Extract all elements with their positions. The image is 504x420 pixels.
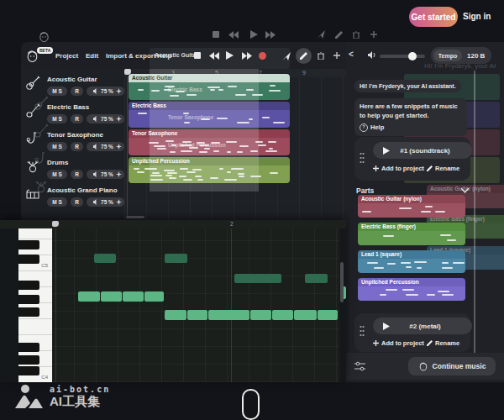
pin-icon[interactable] bbox=[282, 52, 291, 60]
sliders-icon[interactable] bbox=[354, 361, 365, 371]
ai-sparkle-button[interactable] bbox=[113, 87, 124, 96]
mute-solo-button[interactable]: M S bbox=[47, 142, 67, 151]
tempo-value[interactable]: 120 B bbox=[467, 52, 485, 60]
cut-icon[interactable]: < bbox=[349, 50, 354, 59]
piano-roll-note[interactable] bbox=[123, 291, 144, 302]
record-arm-button[interactable]: R bbox=[71, 114, 83, 123]
rewind-icon[interactable] bbox=[209, 52, 219, 60]
part-card-unpitched-percussion[interactable]: Unpitched Percussion bbox=[358, 278, 465, 301]
snippet-play-pill[interactable]: #2 (metal) bbox=[373, 318, 472, 334]
piano-roll-note[interactable] bbox=[208, 310, 249, 320]
ai-sparkle-button[interactable] bbox=[113, 170, 124, 179]
record-arm-button[interactable]: R bbox=[71, 87, 83, 96]
part-card-electric-bass-finger[interactable]: Electric Bass (finger) bbox=[358, 223, 465, 245]
record-arm-button[interactable]: R bbox=[71, 142, 83, 151]
plus-icon[interactable] bbox=[370, 30, 378, 39]
stop-icon[interactable] bbox=[212, 30, 220, 39]
trash-icon[interactable] bbox=[352, 30, 360, 39]
piano-roll-note[interactable] bbox=[144, 291, 164, 302]
piano-roll-note[interactable] bbox=[187, 310, 207, 320]
continue-music-button[interactable]: Continue music bbox=[408, 357, 496, 375]
track-row[interactable]: Tenor Saxophone M S R 75 % bbox=[21, 129, 124, 157]
parts-section-toggle[interactable]: Parts bbox=[356, 186, 469, 195]
add-to-project-button[interactable]: Add to project bbox=[373, 339, 424, 347]
playhead-marker[interactable] bbox=[52, 221, 59, 227]
help-link[interactable]: ? Help bbox=[360, 123, 462, 133]
part-card-acoustic-guitar-nylon[interactable]: Acoustic Guitar (nylon) bbox=[358, 195, 465, 218]
record-icon[interactable] bbox=[259, 52, 266, 60]
piano-black-key[interactable] bbox=[18, 240, 39, 249]
piano-roll-note[interactable] bbox=[272, 310, 293, 320]
track-row[interactable]: Acoustic Guitar M S R 75 % bbox=[21, 74, 124, 102]
piano-roll-note[interactable] bbox=[101, 291, 122, 302]
ai-sparkle-button[interactable] bbox=[113, 197, 124, 207]
volume-slider[interactable] bbox=[380, 55, 425, 58]
piano-roll-note[interactable] bbox=[165, 310, 186, 320]
add-to-project-button[interactable]: Add to project bbox=[373, 165, 424, 172]
piano-roll-grid[interactable] bbox=[52, 228, 339, 382]
menu-edit[interactable]: Edit bbox=[86, 52, 98, 60]
part-card-lead-1-square[interactable]: Lead 1 (square) bbox=[358, 250, 465, 273]
get-started-button[interactable]: Get started bbox=[409, 7, 458, 27]
piano-roll-note[interactable] bbox=[318, 310, 338, 320]
piano-black-key[interactable] bbox=[18, 343, 39, 352]
pencil-tool-button[interactable] bbox=[296, 48, 312, 64]
track-row[interactable]: Acoustic Grand Piano M S R 75 % bbox=[21, 185, 124, 213]
piano-black-key[interactable] bbox=[18, 295, 39, 304]
drag-handle-icon[interactable] bbox=[360, 325, 365, 337]
menu-project[interactable]: Project bbox=[55, 52, 78, 60]
piano-black-key[interactable] bbox=[18, 281, 39, 290]
piano-roll-note[interactable] bbox=[234, 274, 281, 283]
timeline-h-scrollbar[interactable] bbox=[126, 216, 144, 218]
midi-dash bbox=[265, 150, 277, 152]
sign-in-button[interactable]: Sign in bbox=[463, 12, 491, 21]
logo-face-icon bbox=[38, 30, 50, 43]
piano-black-key[interactable] bbox=[18, 366, 39, 375]
panel-scrollbar[interactable] bbox=[474, 71, 475, 365]
rename-button[interactable]: Rename bbox=[427, 165, 459, 172]
piano-roll-note[interactable] bbox=[94, 254, 116, 263]
menu-help[interactable]: Help bbox=[157, 52, 171, 60]
chevron-down-icon[interactable] bbox=[461, 188, 469, 193]
play-icon[interactable] bbox=[249, 30, 258, 39]
timeline[interactable]: 3 5 7 9 Acoustic Guitar Electric Bass Te… bbox=[124, 69, 346, 220]
drag-handle-icon[interactable] bbox=[360, 152, 365, 164]
speaker-icon bbox=[93, 116, 99, 122]
fast-forward-icon[interactable] bbox=[265, 30, 276, 39]
piano-roll-v-scrollbar[interactable] bbox=[340, 262, 344, 302]
piano-roll-note[interactable] bbox=[165, 254, 187, 263]
mute-solo-button[interactable]: M S bbox=[47, 197, 67, 207]
piano-roll-ruler[interactable]: 2 bbox=[0, 220, 346, 228]
mute-solo-button[interactable]: M S bbox=[47, 87, 67, 96]
play-icon[interactable] bbox=[226, 51, 234, 60]
piano-black-key[interactable] bbox=[18, 355, 39, 365]
mute-solo-button[interactable]: M S bbox=[47, 170, 67, 179]
mute-solo-button[interactable]: M S bbox=[47, 114, 67, 123]
rename-button[interactable]: Rename bbox=[427, 339, 459, 347]
ai-sparkle-button[interactable] bbox=[113, 142, 124, 151]
record-arm-button[interactable]: R bbox=[71, 170, 83, 179]
plus-icon[interactable] bbox=[333, 52, 340, 59]
volume-slider-knob[interactable] bbox=[408, 52, 417, 60]
piano-roll-note[interactable] bbox=[78, 291, 100, 302]
tempo-label[interactable]: Tempo bbox=[433, 50, 462, 61]
snippet-play-pill[interactable]: #1 (soundtrack) bbox=[373, 142, 472, 159]
piano-black-key[interactable] bbox=[18, 307, 39, 317]
piano-keyboard[interactable]: C5 C4 bbox=[18, 228, 52, 382]
piano-roll-note[interactable] bbox=[305, 274, 328, 283]
piano-roll-note[interactable] bbox=[294, 310, 317, 320]
trash-icon[interactable] bbox=[318, 52, 324, 60]
pin-icon[interactable] bbox=[317, 30, 325, 39]
piano-black-key[interactable] bbox=[18, 255, 39, 264]
ai-sparkle-button[interactable] bbox=[113, 114, 124, 123]
track-row[interactable]: Electric Bass M S R 75 % bbox=[21, 102, 124, 129]
speaker-icon[interactable] bbox=[368, 51, 376, 59]
stop-icon[interactable] bbox=[194, 52, 201, 59]
fast-forward-icon[interactable] bbox=[242, 52, 252, 60]
menu-import-export[interactable]: Import & export bbox=[106, 52, 156, 60]
piano-roll-note[interactable] bbox=[250, 310, 271, 320]
record-arm-button[interactable]: R bbox=[71, 197, 83, 207]
rewind-icon[interactable] bbox=[228, 30, 239, 39]
pencil-icon[interactable] bbox=[334, 30, 343, 39]
track-row[interactable]: Drums M S R 75 % bbox=[21, 157, 124, 185]
